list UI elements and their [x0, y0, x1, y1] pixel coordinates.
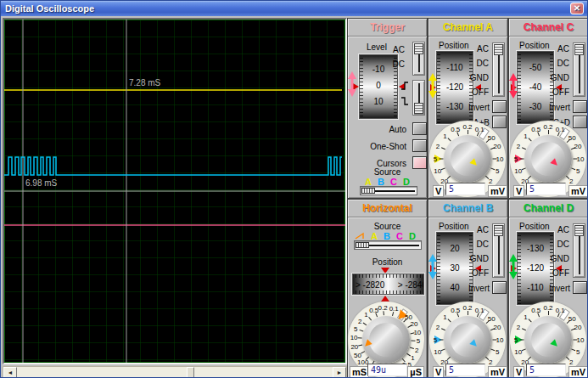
millivolts-unit-label: mV [568, 185, 588, 197]
drum-marker-bottom [381, 296, 389, 302]
knob-scale-label: 50 [568, 133, 576, 141]
auto-button[interactable] [412, 122, 427, 135]
close-icon[interactable]: ✕ [570, 3, 584, 14]
knob-scale-label: 0.5 [531, 125, 540, 133]
knob-tick [439, 159, 443, 160]
trigger-edge-switch[interactable] [412, 80, 425, 116]
knob-scale-label: 10 [434, 167, 441, 175]
knob-scale-label: 0.1 [475, 306, 484, 313]
knob[interactable] [362, 316, 410, 364]
channel-d-coupling-switch[interactable] [573, 223, 585, 278]
knob-scale-label: 0.1 [475, 125, 484, 133]
knob-scale-label: 10 [577, 155, 585, 163]
knob-tick [519, 159, 524, 160]
position-drag-arrow-icon[interactable] [509, 73, 518, 99]
knob-scale-label: 5 [576, 167, 580, 175]
horizontal-panel: Horizontal Source A B C D Position > -28… [347, 199, 428, 378]
one-shot-label: One-Shot [370, 142, 406, 151]
channel-c-scale-value[interactable] [526, 183, 566, 195]
knob[interactable] [524, 316, 572, 364]
knob-scale-label: 50 [488, 314, 496, 322]
one-shot-button[interactable] [412, 139, 427, 152]
invert-button[interactable] [573, 281, 587, 294]
switch-thumb[interactable] [574, 225, 584, 236]
trigger-panel: Trigger Level -10 0 10 AC DC Auto One- [347, 18, 428, 199]
position-drum[interactable]: -50 -40 -30 [517, 51, 554, 124]
timebase-value[interactable] [367, 364, 407, 376]
falling-edge-icon[interactable] [400, 97, 409, 106]
trigger-coupling-switch[interactable] [412, 42, 425, 76]
position-drum[interactable]: -110 -120 -130 [436, 51, 473, 124]
knob-scale-label: 5 [514, 336, 518, 344]
switch-thumb[interactable] [494, 225, 503, 236]
position-tick: -110 [437, 63, 473, 72]
switch-thumb[interactable] [414, 43, 423, 54]
invert-label: Invert [468, 284, 490, 293]
knob-scale-label: 1 [364, 311, 367, 319]
position-tick: -120 [437, 82, 473, 92]
oscilloscope-window: Digital Oscilloscope ✕ 7.28 mS 6.98 mS ◄… [0, 0, 588, 378]
knob-scale-label: 5 [354, 325, 357, 333]
position-drum[interactable]: 20 30 40 [436, 232, 473, 305]
level-tick: 0 [360, 81, 397, 90]
switch-thumb[interactable] [494, 44, 503, 55]
knob-scale-label: 20 [410, 320, 417, 328]
position-drag-arrow-icon[interactable] [509, 254, 518, 279]
knob-scale-label: 5 [417, 337, 420, 345]
knob-scale-label: 2 [436, 324, 440, 331]
scroll-left-icon[interactable]: ◄ [3, 367, 17, 378]
knob[interactable] [524, 135, 572, 183]
knob[interactable] [444, 316, 491, 364]
knob-scale-label: 20 [574, 324, 582, 331]
rising-edge-icon[interactable] [400, 82, 409, 91]
position-drum[interactable]: -130 -120 -110 [517, 232, 554, 305]
knob-scale-label: 0.1 [556, 125, 565, 133]
channel-a-coupling-switch[interactable] [492, 42, 505, 97]
scroll-right-icon[interactable]: ► [333, 367, 346, 378]
cursor-readout-1: 7.28 mS [129, 78, 161, 87]
horizontal-scrollbar[interactable]: ◄ ► [3, 366, 347, 378]
channel-d-scale-value[interactable] [526, 364, 566, 376]
switch-thumb[interactable] [414, 103, 423, 114]
coupling-gnd-label: GND [470, 254, 489, 263]
knob-scale-label: 2 [569, 178, 573, 185]
switch-thumb[interactable] [574, 44, 584, 55]
channel-b-title: Channel B [428, 200, 507, 217]
position-label: Position [519, 41, 550, 50]
trigger-source-slider[interactable] [360, 186, 417, 195]
channel-a-scale-value[interactable] [445, 183, 485, 195]
slider-thumb[interactable] [361, 188, 375, 194]
position-tick: 20 [437, 244, 473, 253]
knob-scale-label: 0.1 [556, 306, 565, 313]
knob-scale-label: 20 [574, 143, 582, 150]
invert-label: Invert [549, 103, 570, 112]
knob-scale-label: 5 [496, 167, 499, 175]
position-tick: -130 [518, 244, 553, 253]
knob[interactable] [444, 135, 491, 183]
knob-scale-label: 1 [524, 313, 527, 320]
position-drag-arrow-icon[interactable] [428, 254, 437, 279]
slider-thumb[interactable] [356, 242, 369, 248]
horizontal-source-slider[interactable] [354, 240, 422, 250]
position-label: Position [439, 41, 469, 50]
scope-display[interactable]: 7.28 mS 6.98 mS [3, 18, 347, 364]
channel-b-scale-value[interactable] [445, 364, 485, 376]
knob-scale-label: 0.2 [462, 304, 472, 312]
millivolts-unit-label: mV [488, 366, 507, 378]
channel-c-coupling-switch[interactable] [573, 42, 585, 97]
invert-button[interactable] [573, 100, 587, 113]
knob-scale-label: 2 [517, 143, 520, 150]
invert-label: Invert [549, 284, 570, 293]
level-drag-arrow-icon[interactable] [348, 71, 356, 97]
horizontal-position-drum[interactable]: > -2820 > -2840 [352, 274, 424, 295]
invert-button[interactable] [492, 100, 507, 113]
volts-unit-label: V [513, 185, 524, 197]
invert-button[interactable] [492, 281, 507, 294]
title-bar[interactable]: Digital Oscilloscope ✕ [1, 1, 588, 16]
position-tick: -30 [518, 102, 553, 111]
channel-b-coupling-switch[interactable] [492, 223, 505, 278]
position-tick: 40 [437, 283, 473, 292]
scrollbar-thumb[interactable] [187, 367, 194, 378]
position-drag-arrow-icon[interactable] [428, 73, 437, 99]
knob-scale-label: 5 [434, 336, 437, 344]
